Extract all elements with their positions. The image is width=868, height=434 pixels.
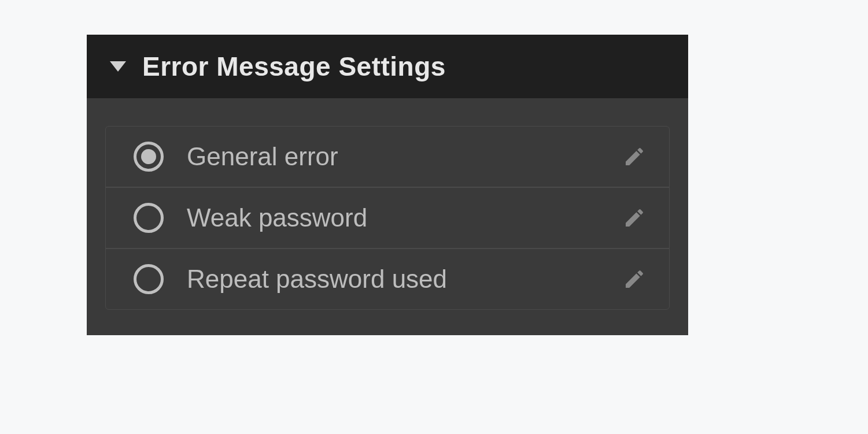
edit-button[interactable] bbox=[620, 204, 648, 232]
option-repeat-password-used[interactable]: Repeat password used bbox=[106, 249, 669, 309]
edit-button[interactable] bbox=[620, 143, 648, 170]
option-list: General error Weak password Re bbox=[105, 126, 670, 310]
option-weak-password[interactable]: Weak password bbox=[106, 188, 669, 249]
error-message-settings-panel: Error Message Settings General error Wea… bbox=[87, 35, 688, 335]
radio-icon[interactable] bbox=[134, 142, 164, 172]
option-label: General error bbox=[187, 142, 620, 171]
panel-title: Error Message Settings bbox=[142, 51, 446, 82]
option-general-error[interactable]: General error bbox=[106, 127, 669, 188]
edit-button[interactable] bbox=[620, 265, 648, 293]
radio-icon[interactable] bbox=[134, 264, 164, 294]
option-label: Repeat password used bbox=[187, 265, 620, 294]
radio-icon[interactable] bbox=[134, 203, 164, 233]
chevron-down-icon bbox=[110, 61, 126, 72]
option-label: Weak password bbox=[187, 203, 620, 232]
panel-body: General error Weak password Re bbox=[87, 98, 688, 335]
pencil-icon bbox=[623, 268, 646, 291]
pencil-icon bbox=[623, 145, 646, 168]
panel-header[interactable]: Error Message Settings bbox=[87, 35, 688, 98]
pencil-icon bbox=[623, 206, 646, 229]
